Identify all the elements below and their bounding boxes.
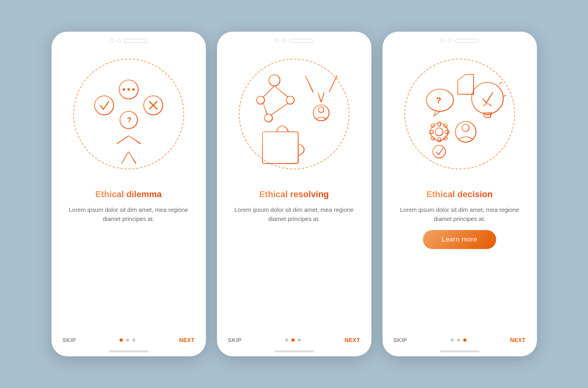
svg-point-36 — [318, 107, 324, 112]
svg-rect-37 — [263, 132, 298, 164]
home-indicator-3 — [440, 350, 480, 352]
desc-decision: Lorem ipsum dolor sit dim amet, mea regi… — [394, 205, 525, 224]
svg-point-12 — [123, 88, 125, 91]
title-decision: Ethical decision — [426, 189, 493, 200]
desc-dilemma: Lorem ipsum dolor sit dim amet, mea regi… — [63, 205, 194, 224]
bottom-nav-3: SKIP NEXT — [382, 337, 537, 350]
illustration-dilemma: ? — [51, 43, 206, 185]
svg-line-43 — [503, 95, 506, 96]
bottom-nav-1: SKIP NEXT — [51, 337, 206, 350]
desc-resolving: Lorem ipsum dolor sit dim amet, mea regi… — [229, 205, 360, 224]
content-dilemma: Ethical dilemma Lorem ipsum dolor sit di… — [51, 185, 206, 337]
nav-dots-2 — [285, 339, 301, 342]
svg-point-13 — [127, 88, 130, 91]
decision-svg: ? — [404, 59, 515, 169]
svg-point-17 — [286, 96, 294, 104]
top-circle-1 — [110, 39, 114, 43]
dot-1-3 — [132, 339, 135, 342]
svg-line-29 — [321, 92, 324, 102]
top-bar-2 — [217, 32, 371, 43]
svg-rect-46 — [438, 122, 441, 126]
illustration-decision: ? — [382, 43, 537, 185]
screen-ethical-resolving: Ethical resolving Lorem ipsum dolor sit … — [217, 32, 371, 356]
svg-line-20 — [274, 86, 288, 97]
dot-3-3 — [463, 339, 466, 342]
bottom-nav-2: SKIP NEXT — [217, 337, 371, 350]
top-bar-3 — [382, 32, 537, 43]
svg-line-5 — [129, 152, 136, 164]
top-pill-1 — [124, 39, 148, 43]
content-decision: Ethical decision Lorem ipsum dolor sit d… — [382, 185, 537, 337]
dot-2-3 — [298, 339, 301, 342]
top-pill-3 — [455, 39, 479, 43]
illustration-resolving — [217, 43, 371, 185]
svg-line-25 — [305, 76, 313, 92]
top-circle-6 — [448, 39, 452, 43]
next-button-1[interactable]: NEXT — [179, 337, 194, 343]
dot-2-2 — [291, 339, 295, 342]
dot-1-2 — [126, 339, 129, 342]
svg-point-7 — [95, 96, 114, 115]
svg-point-16 — [257, 96, 265, 104]
dot-3-1 — [451, 339, 454, 342]
svg-rect-40 — [484, 115, 491, 117]
nav-dots-1 — [120, 339, 135, 342]
title-dilemma: Ethical dilemma — [95, 189, 162, 200]
title-resolving: Ethical resolving — [259, 189, 329, 200]
home-indicator-1 — [109, 350, 148, 352]
top-bar-1 — [51, 32, 206, 43]
svg-rect-48 — [429, 130, 433, 133]
skip-button-2[interactable]: SKIP — [228, 337, 242, 343]
svg-line-26 — [329, 76, 337, 92]
dot-3-2 — [457, 339, 460, 342]
dilemma-svg: ? — [77, 59, 180, 169]
skip-button-1[interactable]: SKIP — [63, 337, 76, 343]
svg-line-4 — [122, 152, 129, 164]
svg-point-58 — [433, 145, 445, 158]
resolving-svg — [239, 57, 350, 171]
svg-line-2 — [117, 136, 129, 144]
svg-rect-47 — [438, 138, 441, 142]
svg-line-42 — [499, 82, 502, 84]
next-button-3[interactable]: NEXT — [510, 337, 525, 343]
top-circle-4 — [282, 39, 286, 43]
svg-rect-49 — [445, 130, 449, 133]
svg-point-45 — [435, 128, 443, 136]
svg-line-21 — [263, 103, 267, 115]
svg-line-19 — [263, 86, 274, 97]
dot-2-1 — [285, 339, 288, 342]
svg-line-28 — [318, 92, 321, 102]
screen-ethical-decision: ? Ethical decision Lorem ipsum dolor sit… — [382, 32, 537, 356]
learn-more-button[interactable]: Learn more — [423, 230, 497, 249]
screens-container: ? — [51, 32, 537, 356]
nav-dots-3 — [451, 339, 466, 342]
dot-1-1 — [120, 339, 123, 342]
svg-point-14 — [132, 88, 135, 91]
svg-point-57 — [462, 124, 469, 131]
skip-button-3[interactable]: SKIP — [394, 337, 407, 343]
svg-line-3 — [129, 136, 141, 144]
top-circle-3 — [275, 39, 279, 43]
top-circle-2 — [117, 39, 121, 43]
svg-point-38 — [472, 82, 503, 114]
home-indicator-2 — [274, 350, 314, 352]
svg-line-22 — [271, 103, 288, 115]
svg-text:?: ? — [127, 116, 131, 124]
screen-ethical-dilemma: ? — [51, 32, 206, 356]
next-button-2[interactable]: NEXT — [344, 337, 360, 343]
content-resolving: Ethical resolving Lorem ipsum dolor sit … — [217, 185, 371, 337]
top-pill-2 — [289, 39, 313, 43]
svg-point-15 — [269, 75, 280, 86]
svg-text:?: ? — [436, 95, 441, 105]
svg-point-18 — [265, 114, 272, 122]
top-circle-5 — [441, 39, 445, 43]
